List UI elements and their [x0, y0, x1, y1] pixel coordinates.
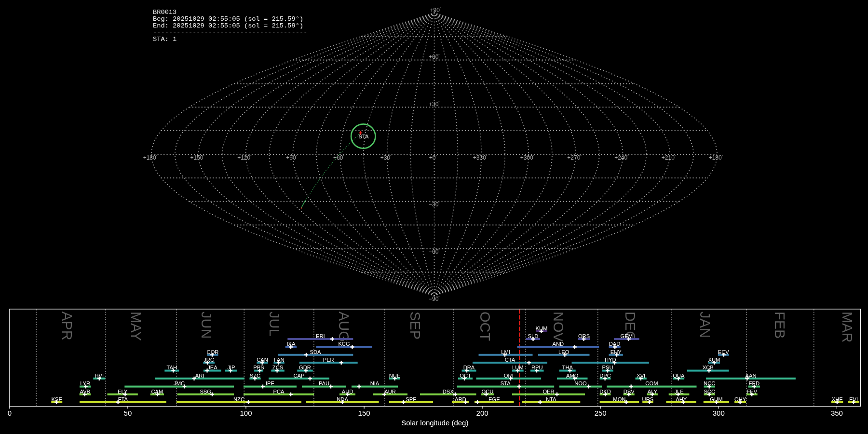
svg-text:PSU: PSU [602, 365, 613, 370]
svg-text:XUM: XUM [708, 357, 720, 363]
svg-text:JIP: JIP [227, 365, 235, 370]
svg-text:GEM: GEM [621, 333, 633, 339]
svg-text:STA: 1: STA: 1 [153, 36, 176, 43]
svg-text:KSE: KSE [52, 396, 62, 402]
svg-text:FEB: FEB [772, 312, 787, 339]
svg-text:EHY: EHY [610, 349, 622, 355]
svg-text:+30˚: +30˚ [429, 101, 440, 108]
svg-text:LUM: LUM [512, 365, 524, 370]
svg-text:+210˚: +210˚ [662, 154, 676, 161]
svg-text:HYD: HYD [605, 357, 616, 363]
svg-text:MAY: MAY [128, 312, 144, 341]
svg-text:AAN: AAN [745, 373, 756, 379]
svg-text:OCU: OCU [482, 389, 494, 394]
svg-text:STA: STA [501, 380, 511, 386]
svg-text:CAN: CAN [257, 357, 268, 363]
svg-text:AVB: AVB [80, 389, 91, 394]
svg-text:+240˚: +240˚ [614, 154, 629, 161]
svg-text:ELY: ELY [118, 389, 128, 394]
svg-text:PER: PER [323, 357, 334, 363]
svg-text:COM: COM [645, 380, 658, 386]
svg-text:PCA: PCA [273, 389, 285, 394]
svg-text:ECV: ECV [718, 349, 730, 355]
svg-text:NDA: NDA [337, 396, 348, 402]
svg-text:+150˚: +150˚ [190, 154, 204, 161]
svg-text:DPC: DPC [599, 373, 611, 379]
svg-text:SZC: SZC [250, 373, 260, 379]
svg-text:NUE: NUE [389, 373, 401, 379]
svg-text:+90˚: +90˚ [430, 7, 441, 14]
svg-text:TAH: TAH [167, 365, 177, 370]
svg-text:Beg: 20251029 02:55:05 (sol =: Beg: 20251029 02:55:05 (sol = 215.59°) [153, 15, 303, 23]
svg-text:AUD: AUD [342, 389, 353, 394]
svg-text:APR: APR [59, 312, 75, 340]
svg-text:AMO: AMO [566, 373, 579, 379]
svg-text:THA: THA [562, 365, 573, 370]
svg-text:HVI: HVI [95, 373, 104, 379]
svg-text:PAU: PAU [319, 380, 329, 386]
svg-text:DRA: DRA [463, 365, 475, 370]
svg-text:350: 350 [831, 409, 843, 417]
svg-text:AUR: AUR [384, 389, 396, 394]
svg-text:KUM: KUM [536, 326, 548, 331]
svg-text:XHE: XHE [832, 396, 843, 402]
svg-text:XVI: XVI [637, 373, 645, 379]
svg-text:EGE: EGE [488, 396, 500, 402]
svg-text:ARD: ARD [455, 396, 466, 402]
svg-text:+180˚: +180˚ [143, 154, 158, 161]
svg-text:GDR: GDR [299, 365, 311, 370]
svg-text:OCT: OCT [460, 373, 471, 379]
svg-text:MAR: MAR [840, 312, 855, 342]
svg-text:LMI: LMI [501, 349, 510, 355]
svg-text:+120˚: +120˚ [237, 154, 252, 161]
svg-text:+60˚: +60˚ [429, 54, 440, 60]
svg-text:ARI: ARI [195, 373, 204, 379]
svg-text:100: 100 [240, 409, 252, 417]
svg-text:150: 150 [358, 409, 370, 417]
svg-text:DSV: DSV [624, 389, 635, 394]
svg-text:DSX: DSX [443, 389, 454, 394]
svg-text:NOO: NOO [574, 380, 587, 386]
svg-text:NTA: NTA [546, 396, 556, 402]
svg-text:+30˚: +30˚ [380, 154, 392, 161]
svg-text:BR0013: BR0013 [153, 9, 176, 16]
svg-text:FED: FED [749, 380, 760, 386]
svg-text:SSG: SSG [200, 389, 211, 394]
svg-text:NOV: NOV [551, 312, 566, 342]
svg-text:CAP: CAP [293, 373, 304, 379]
svg-text:NIA: NIA [370, 380, 380, 386]
svg-text:SDA: SDA [310, 349, 322, 355]
svg-text:GUM: GUM [710, 396, 722, 402]
svg-text:−90˚: −90˚ [429, 296, 440, 302]
svg-text:MON: MON [613, 396, 625, 402]
svg-text:SPE: SPE [406, 396, 416, 402]
svg-text:300: 300 [713, 409, 725, 417]
svg-text:JUN: JUN [199, 312, 214, 339]
svg-text:+180˚: +180˚ [709, 154, 723, 161]
svg-text:CTA: CTA [505, 357, 515, 363]
svg-text:250: 250 [595, 409, 607, 417]
svg-text:DKD: DKD [599, 389, 611, 394]
svg-text:IPE: IPE [266, 380, 274, 386]
svg-text:LYR: LYR [80, 380, 90, 386]
svg-text:Solar longitude (deg): Solar longitude (deg) [401, 419, 468, 427]
svg-text:+90˚: +90˚ [286, 154, 297, 161]
svg-text:SLD: SLD [528, 333, 539, 339]
svg-text:OHY: OHY [734, 396, 746, 402]
svg-text:RPU: RPU [531, 365, 543, 370]
svg-text:0: 0 [8, 409, 12, 417]
svg-text:+270˚: +270˚ [567, 154, 582, 161]
svg-text:LEO: LEO [558, 349, 570, 355]
svg-text:+330˚: +330˚ [473, 154, 488, 161]
svg-text:CAM: CAM [151, 389, 163, 394]
svg-text:FTA: FTA [118, 396, 128, 402]
svg-text:ORI: ORI [504, 373, 514, 379]
svg-text:JRC: JRC [203, 357, 214, 363]
svg-text:KCG: KCG [338, 341, 350, 347]
svg-text:------------------------------: --------------------------------------- [153, 28, 307, 36]
svg-text:EVI: EVI [849, 396, 858, 402]
svg-text:50: 50 [124, 409, 132, 417]
svg-text:JLE: JLE [674, 389, 683, 394]
svg-text:XCB: XCB [703, 365, 714, 370]
svg-text:AHY: AHY [676, 396, 687, 402]
